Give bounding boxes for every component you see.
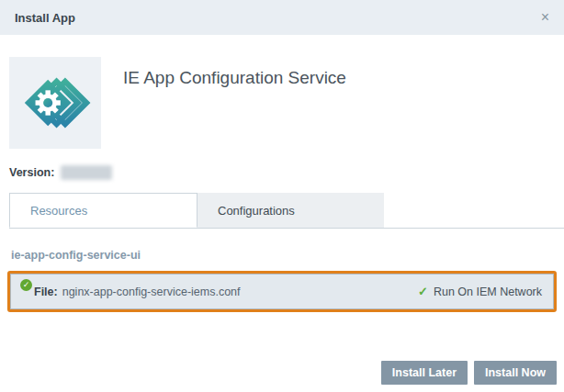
version-row: Version: [9,165,555,180]
tab-resources[interactable]: Resources [9,193,197,228]
version-value-redacted [61,165,112,180]
app-summary: IE App Configuration Service [9,57,555,149]
app-gear-chevron-icon [19,67,91,139]
app-title: IE App Configuration Service [123,68,346,88]
file-verified-icon: ✓ [20,279,32,291]
resource-group-label: ie-app-config-service-ui [11,249,555,262]
file-label: File: [34,286,58,298]
tab-bar: Resources Configurations [9,193,564,229]
network-status-label: Run On IEM Network [434,286,542,298]
install-later-button[interactable]: Install Later [381,361,468,385]
app-icon [9,57,101,149]
install-app-dialog: Install App × [0,0,564,392]
close-icon[interactable]: × [541,10,549,25]
network-check-icon: ✓ [418,285,428,298]
dialog-header: Install App × [0,0,564,35]
version-label: Version: [9,166,54,179]
tab-resources-label: Resources [30,204,87,218]
tab-configurations-label: Configurations [218,204,295,218]
network-status: ✓ Run On IEM Network [418,285,542,298]
footer-actions: Install Later Install Now [381,361,557,385]
resource-row[interactable]: ✓ File: nginx-app-config-service-iems.co… [10,274,554,309]
file-cell: ✓ File: nginx-app-config-service-iems.co… [20,286,241,298]
dialog-title: Install App [15,11,75,25]
file-name: nginx-app-config-service-iems.conf [62,286,241,298]
tab-configurations[interactable]: Configurations [197,193,384,228]
install-now-button[interactable]: Install Now [474,361,557,385]
highlighted-resource: ✓ File: nginx-app-config-service-iems.co… [7,271,557,312]
